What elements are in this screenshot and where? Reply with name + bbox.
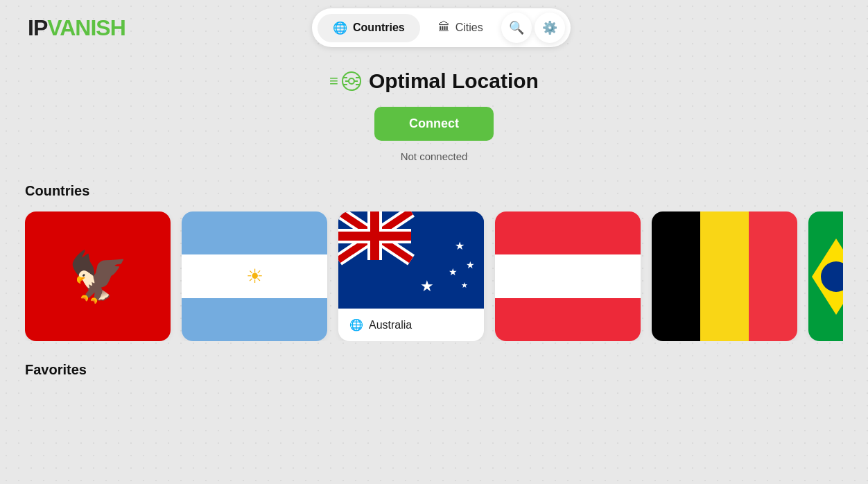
svg-text:★: ★ — [420, 277, 434, 295]
favorites-section: Favorites — [0, 362, 868, 378]
australia-name: Australia — [369, 319, 412, 331]
logo-ip: IP — [28, 15, 47, 41]
optimal-location-text: Optimal Location — [369, 69, 539, 93]
cities-tab-icon: 🏛 — [438, 21, 450, 35]
belgium-black-stripe — [652, 211, 700, 341]
globe-tab-icon: 🌐 — [333, 21, 347, 35]
argentina-bottom-stripe — [182, 298, 327, 341]
countries-section-title: Countries — [25, 183, 843, 199]
tab-countries[interactable]: 🌐 Countries — [318, 14, 420, 42]
optimal-location-icon — [329, 71, 362, 92]
favorites-title: Favorites — [25, 362, 843, 378]
svg-point-2 — [349, 78, 354, 84]
nav-tabs: 🌐 Countries 🏛 Cities 🔍 ⚙️ — [312, 8, 571, 47]
australia-globe-icon: 🌐 — [349, 318, 363, 331]
argentina-top-stripe — [182, 211, 327, 254]
connect-button[interactable]: Connect — [374, 107, 494, 141]
gear-icon: ⚙️ — [542, 20, 557, 35]
tab-countries-label: Countries — [353, 21, 405, 34]
svg-text:★: ★ — [466, 259, 475, 270]
search-icon: 🔍 — [509, 20, 524, 35]
navbar: IPVANISH 🌐 Countries 🏛 Cities 🔍 ⚙️ — [0, 0, 868, 55]
countries-section: Countries 🦅 🌐 Albania ☀ — [0, 183, 868, 341]
flag-australia: ★ ★ ★ ★ ★ — [338, 211, 484, 309]
austria-bottom-stripe — [495, 298, 641, 341]
logo-vanish: VANISH — [47, 15, 125, 41]
flag-argentina: ☀ — [182, 211, 327, 341]
tab-cities-label: Cities — [455, 21, 483, 34]
search-button[interactable]: 🔍 — [501, 12, 532, 43]
optimal-location: Optimal Location — [329, 69, 539, 93]
logo: IPVANISH — [28, 15, 125, 41]
connect-button-label: Connect — [409, 116, 459, 130]
argentina-sun-icon: ☀ — [246, 265, 263, 288]
flag-belgium — [652, 211, 797, 341]
svg-rect-16 — [338, 232, 411, 241]
svg-text:★: ★ — [455, 240, 465, 252]
countries-grid: 🦅 🌐 Albania ☀ 🌐 Argentina — [25, 211, 843, 341]
country-card-austria[interactable]: 🌐 Austria — [495, 211, 641, 341]
albania-eagle-icon: 🦅 — [68, 252, 128, 301]
svg-text:★: ★ — [461, 281, 468, 289]
country-card-albania[interactable]: 🦅 🌐 Albania — [25, 211, 171, 341]
austria-mid-stripe — [495, 254, 641, 297]
svg-point-0 — [342, 72, 361, 90]
country-card-belgium[interactable]: 🌐 Belgium — [652, 211, 797, 341]
settings-button[interactable]: ⚙️ — [535, 12, 565, 43]
australia-label: 🌐 Australia — [338, 309, 484, 341]
flag-albania: 🦅 — [25, 211, 171, 341]
austria-top-stripe — [495, 211, 641, 254]
svg-text:★: ★ — [449, 266, 458, 277]
tab-cities[interactable]: 🏛 Cities — [423, 14, 498, 42]
belgium-yellow-stripe — [700, 211, 749, 341]
country-card-argentina[interactable]: ☀ 🌐 Argentina — [182, 211, 327, 341]
country-card-brazil[interactable]: 🌐 — [808, 211, 843, 341]
country-card-australia[interactable]: ★ ★ ★ ★ ★ 🌐 Australia — [338, 211, 484, 341]
flag-brazil — [808, 211, 843, 341]
belgium-red-stripe — [749, 211, 797, 341]
connection-status: Not connected — [401, 150, 468, 162]
main-center: Optimal Location Connect Not connected — [0, 69, 868, 176]
flag-austria — [495, 211, 641, 341]
argentina-mid-stripe: ☀ — [182, 254, 327, 297]
